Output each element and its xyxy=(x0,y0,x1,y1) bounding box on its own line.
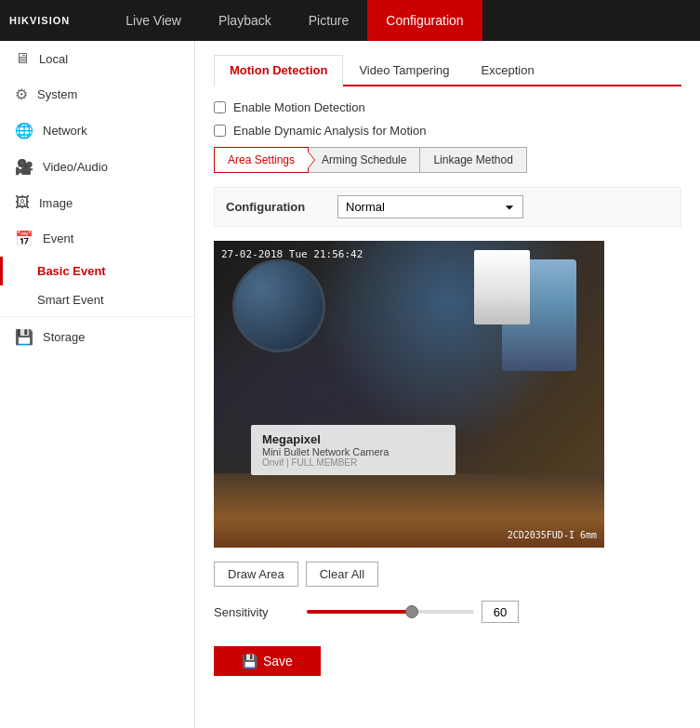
content-inner: Motion Detection Video Tampering Excepti… xyxy=(195,41,700,728)
sidebar-sub-item-basic-event[interactable]: Basic Event xyxy=(0,257,194,285)
sub-tab-arming-schedule[interactable]: Arming Schedule xyxy=(308,147,420,173)
nav-playback[interactable]: Playback xyxy=(200,0,290,41)
enable-motion-checkbox[interactable] xyxy=(214,101,226,113)
nav-live-view[interactable]: Live View xyxy=(107,0,200,41)
sidebar-item-storage[interactable]: 💾 Storage xyxy=(0,319,194,355)
camera-timestamp: 27-02-2018 Tue 21:56:42 xyxy=(221,248,363,260)
main-tabs: Motion Detection Video Tampering Excepti… xyxy=(214,55,681,86)
sub-tab-linkage-method[interactable]: Linkage Method xyxy=(419,147,526,173)
content-area: Motion Detection Video Tampering Excepti… xyxy=(195,41,700,728)
sidebar-divider xyxy=(0,316,194,317)
sidebar-sub-item-basic-event-label: Basic Event xyxy=(37,264,106,278)
sidebar-item-local-label: Local xyxy=(39,52,68,66)
save-button[interactable]: 💾 Save xyxy=(214,646,321,676)
sidebar-sub-item-smart-event[interactable]: Smart Event xyxy=(0,285,194,314)
config-label: Configuration xyxy=(226,200,337,214)
camera-text-line3: Onvif | FULL MEMBER xyxy=(262,457,444,468)
logo: HIKVISION xyxy=(9,15,70,26)
top-navigation: HIKVISION Live View Playback Picture Con… xyxy=(0,0,700,41)
save-icon: 💾 xyxy=(242,654,258,668)
sensitivity-row: Sensitivity 60 xyxy=(214,601,681,623)
enable-dynamic-label: Enable Dynamic Analysis for Motion xyxy=(233,124,426,138)
draw-clear-buttons: Draw Area Clear All xyxy=(214,562,681,587)
sidebar-sub-item-smart-event-label: Smart Event xyxy=(37,293,104,307)
slider-value: 60 xyxy=(482,601,519,623)
sidebar-item-image[interactable]: 🖼 Image xyxy=(0,185,194,220)
save-section: 💾 Save xyxy=(214,642,681,676)
configuration-row: Configuration Normal Expert xyxy=(214,187,681,227)
sidebar-item-network-label: Network xyxy=(43,124,87,138)
sidebar-item-storage-label: Storage xyxy=(43,330,86,344)
image-icon: 🖼 xyxy=(15,194,30,211)
config-select[interactable]: Normal Expert xyxy=(337,195,523,218)
tab-motion-detection[interactable]: Motion Detection xyxy=(214,55,343,86)
enable-motion-label: Enable Motion Detection xyxy=(233,100,365,114)
tab-exception[interactable]: Exception xyxy=(466,55,550,86)
main-layout: 🖥 Local ⚙ System 🌐 Network 🎥 Video/Audio… xyxy=(0,41,700,728)
camera-background: Megapixel Mini Bullet Network Camera Onv… xyxy=(214,241,604,548)
sidebar-item-event-label: Event xyxy=(43,232,73,245)
sub-tab-area-settings[interactable]: Area Settings xyxy=(214,147,309,173)
tab-video-tampering[interactable]: Video Tampering xyxy=(343,55,465,86)
clear-all-button[interactable]: Clear All xyxy=(306,562,378,587)
sidebar-item-system-label: System xyxy=(37,87,77,101)
nav-picture[interactable]: Picture xyxy=(290,0,368,41)
camera-text-line1: Megapixel xyxy=(262,432,444,446)
camera-circle-object xyxy=(232,259,325,352)
camera-feed: Megapixel Mini Bullet Network Camera Onv… xyxy=(214,241,604,548)
network-icon: 🌐 xyxy=(15,122,33,139)
sub-tabs: Area Settings Arming Schedule Linkage Me… xyxy=(214,147,681,173)
sidebar-item-system[interactable]: ⚙ System xyxy=(0,76,194,113)
video-audio-icon: 🎥 xyxy=(15,158,33,176)
slider-track xyxy=(307,610,474,614)
camera-object-2 xyxy=(474,250,530,324)
enable-dynamic-checkbox[interactable] xyxy=(214,125,226,137)
camera-device-id: 2CD2035FUD-I 6mm xyxy=(508,530,597,540)
slider-thumb[interactable] xyxy=(405,605,418,618)
sidebar-item-video-audio-label: Video/Audio xyxy=(43,160,108,174)
camera-text-overlay: Megapixel Mini Bullet Network Camera Onv… xyxy=(251,425,456,475)
system-icon: ⚙ xyxy=(15,86,28,103)
sidebar-item-local[interactable]: 🖥 Local xyxy=(0,41,194,76)
logo-text: HIKVISION xyxy=(9,15,70,26)
storage-icon: 💾 xyxy=(15,328,33,346)
sidebar-item-image-label: Image xyxy=(39,196,73,210)
nav-links: Live View Playback Picture Configuration xyxy=(107,0,691,41)
sidebar-item-event[interactable]: 📅 Event xyxy=(0,220,194,257)
sidebar-item-video-audio[interactable]: 🎥 Video/Audio xyxy=(0,149,194,185)
sidebar-item-network[interactable]: 🌐 Network xyxy=(0,113,194,149)
sensitivity-label: Sensitivity xyxy=(214,605,307,619)
enable-dynamic-row: Enable Dynamic Analysis for Motion xyxy=(214,124,681,138)
local-icon: 🖥 xyxy=(15,50,30,67)
draw-area-button[interactable]: Draw Area xyxy=(214,562,298,587)
enable-motion-row: Enable Motion Detection xyxy=(214,100,681,114)
slider-fill xyxy=(307,610,407,614)
event-icon: 📅 xyxy=(15,230,33,247)
camera-text-line2: Mini Bullet Network Camera xyxy=(262,446,444,457)
nav-configuration[interactable]: Configuration xyxy=(367,0,482,41)
sidebar: 🖥 Local ⚙ System 🌐 Network 🎥 Video/Audio… xyxy=(0,41,195,728)
save-label: Save xyxy=(263,654,293,668)
slider-container: 60 xyxy=(307,601,519,623)
